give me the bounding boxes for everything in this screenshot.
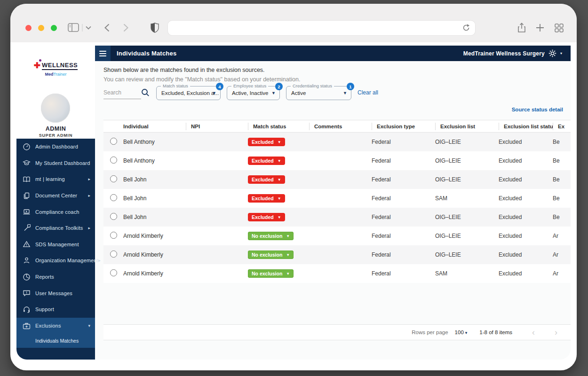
row-radio[interactable] bbox=[110, 232, 117, 239]
sidebar-item-compliance-coach[interactable]: Compliance coach bbox=[16, 204, 95, 220]
exclusion-list-status-cell: Excluded bbox=[499, 157, 553, 164]
row-select-cell bbox=[103, 251, 123, 259]
maximize-window-button[interactable] bbox=[51, 25, 57, 31]
close-window-button[interactable] bbox=[25, 25, 32, 31]
sidebar-item-admin-dashboard[interactable]: Admin Dashboard bbox=[16, 139, 95, 155]
row-radio[interactable] bbox=[110, 251, 117, 258]
brand-cross-icon: ✚ bbox=[34, 61, 40, 70]
match-status-badge[interactable]: Excluded▼ bbox=[248, 138, 285, 146]
filter-label: Employee status bbox=[231, 83, 268, 88]
intro-line-2: You can review and modify the "Match sta… bbox=[103, 76, 300, 83]
match-status-label: Excluded bbox=[252, 196, 274, 201]
chevron-down-icon: ▼ bbox=[278, 196, 281, 201]
exclusion-list-status-cell: Excluded bbox=[499, 251, 553, 258]
sidebar-toggle-icon[interactable] bbox=[68, 23, 79, 32]
column-header: Individual bbox=[123, 123, 186, 130]
filter-label: Match status bbox=[161, 83, 190, 88]
chevron-down-icon: ▼ bbox=[271, 91, 276, 95]
match-status-badge[interactable]: Excluded▼ bbox=[248, 194, 285, 203]
table-row: Arnold KimberlyNo exclusion▼FederalOIG–L… bbox=[103, 227, 571, 245]
search-icon[interactable] bbox=[141, 88, 150, 97]
match-status-filter[interactable]: Match status Excluded, Exclusion a... ▼ … bbox=[156, 86, 221, 100]
minimize-window-button[interactable] bbox=[38, 25, 44, 31]
chevron-down-icon: ▼ bbox=[278, 159, 281, 163]
share-icon[interactable] bbox=[517, 23, 526, 33]
exclusion-list-cell: OIG–LEIE bbox=[435, 233, 499, 239]
column-header: Ex bbox=[553, 123, 571, 130]
credentialing-status-filter[interactable]: Credentialing status Active ▼ 1 bbox=[286, 86, 351, 100]
exclusion-list-cell: OIG–LEIE bbox=[435, 157, 499, 164]
filter-count-badge: 4 bbox=[216, 83, 223, 90]
refresh-icon[interactable] bbox=[462, 24, 470, 32]
match-status-cell: Excluded▼ bbox=[248, 138, 309, 146]
row-radio[interactable] bbox=[110, 175, 117, 182]
rows-per-page-select[interactable]: 100▾ bbox=[455, 329, 468, 335]
match-status-cell: Excluded▼ bbox=[248, 157, 309, 165]
sidebar-item-my-student-dashboard[interactable]: My Student Dashboard bbox=[16, 155, 95, 172]
profile-role: SUPER ADMIN bbox=[16, 133, 95, 138]
exclusion-list-cell: OIG–LEIE bbox=[435, 139, 499, 145]
match-status-badge[interactable]: No exclusion▼ bbox=[248, 232, 294, 240]
excluded-individual-cell: Be bbox=[553, 195, 571, 202]
individual-cell: Arnold Kimberly bbox=[123, 270, 186, 277]
row-select-cell bbox=[103, 232, 123, 240]
search-input[interactable] bbox=[103, 86, 141, 99]
sidebar-item-document-center[interactable]: Document Center▸ bbox=[16, 188, 95, 204]
clear-all-link[interactable]: Clear all bbox=[358, 89, 378, 96]
column-header: Exclusion type bbox=[372, 123, 435, 130]
app-top-bar: Individuals Matches MedTrainer Wellness … bbox=[95, 46, 571, 61]
row-radio[interactable] bbox=[110, 138, 117, 145]
sidebar-item-individuals-matches[interactable]: Individuals Matches bbox=[16, 334, 95, 348]
match-status-badge[interactable]: Excluded▼ bbox=[248, 157, 285, 165]
address-bar[interactable] bbox=[168, 21, 475, 35]
exclusion-type-cell: Federal bbox=[372, 157, 435, 164]
forward-button[interactable] bbox=[123, 24, 128, 32]
book-icon bbox=[23, 175, 31, 183]
back-button[interactable] bbox=[104, 24, 110, 32]
avatar[interactable] bbox=[41, 94, 70, 123]
source-status-detail-link[interactable]: Source status detail bbox=[512, 107, 563, 112]
hamburger-menu-button[interactable] bbox=[95, 46, 111, 61]
employee-status-filter[interactable]: Employee status Active, Inactive ▼ 2 bbox=[227, 86, 280, 100]
sidebar-item-label: Organization Management bbox=[35, 258, 98, 263]
exclusion-list-cell: OIG–LEIE bbox=[435, 214, 499, 220]
next-page-button[interactable]: › bbox=[555, 328, 557, 337]
filter-value: Active bbox=[286, 86, 351, 100]
chevron-right-icon: ▸ bbox=[88, 226, 90, 230]
sidebar-item-compliance-toolkits[interactable]: Compliance Toolkits▸ bbox=[16, 220, 95, 236]
excluded-individual-cell: Be bbox=[553, 214, 571, 220]
table-row: Bell AnthonyExcluded▼FederalOIG–LEIEExcl… bbox=[103, 133, 571, 151]
row-select-cell bbox=[103, 269, 123, 278]
gear-icon[interactable] bbox=[548, 49, 556, 57]
sidebar-item-sds-management[interactable]: SDS Management bbox=[16, 236, 95, 253]
individual-cell: Arnold Kimberly bbox=[123, 233, 186, 239]
sidebar-menu: Admin DashboardMy Student Dashboardmt | … bbox=[16, 139, 95, 318]
account-chevron-down-icon[interactable]: ▾ bbox=[560, 51, 562, 55]
headset-icon bbox=[23, 306, 31, 313]
chevron-down-icon: ▼ bbox=[286, 253, 290, 257]
sidebar-item-mt-learning[interactable]: mt | learning▸ bbox=[16, 171, 95, 188]
match-status-badge[interactable]: Excluded▼ bbox=[248, 175, 285, 184]
privacy-shield-icon[interactable] bbox=[151, 23, 159, 33]
tab-overview-icon[interactable] bbox=[555, 24, 564, 32]
sidebar-item-user-messages[interactable]: User Messages bbox=[16, 285, 95, 301]
match-status-label: Excluded bbox=[252, 139, 274, 145]
sidebar-item-support[interactable]: Support bbox=[16, 301, 95, 318]
filters-row: Match status Excluded, Exclusion a... ▼ … bbox=[103, 86, 378, 100]
row-radio[interactable] bbox=[110, 269, 117, 276]
individual-cell: Bell John bbox=[123, 214, 186, 220]
filter-label: Credentialing status bbox=[291, 83, 334, 88]
match-status-badge[interactable]: Excluded▼ bbox=[248, 213, 285, 221]
row-radio[interactable] bbox=[110, 213, 117, 220]
sidebar-item-organization-management[interactable]: Organization Management▸ bbox=[16, 252, 95, 269]
rows-per-page-label: Rows per page bbox=[412, 329, 448, 335]
new-tab-icon[interactable] bbox=[536, 24, 544, 32]
sidebar-item-reports[interactable]: Reports bbox=[16, 269, 95, 285]
match-status-badge[interactable]: No exclusion▼ bbox=[248, 251, 294, 259]
match-status-badge[interactable]: No exclusion▼ bbox=[248, 269, 294, 278]
sidebar-chevron-down-icon[interactable] bbox=[86, 26, 91, 30]
previous-page-button[interactable]: ‹ bbox=[532, 328, 535, 337]
row-radio[interactable] bbox=[110, 157, 117, 164]
row-radio[interactable] bbox=[110, 194, 117, 201]
sidebar-item-exclusions[interactable]: Exclusions ▾ bbox=[16, 318, 95, 334]
